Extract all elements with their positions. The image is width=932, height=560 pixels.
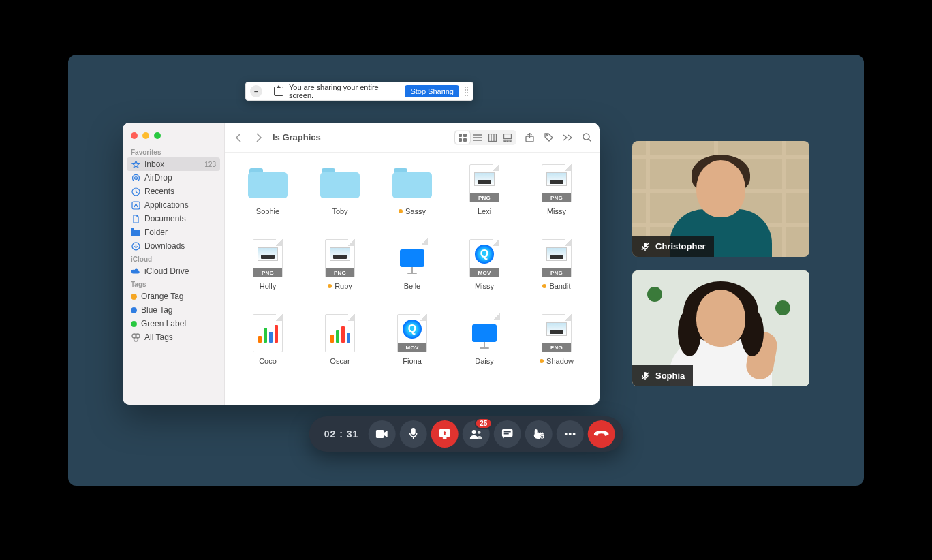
svg-rect-11 [459,138,462,142]
sidebar-item[interactable]: All Tags [123,330,224,344]
minimize-window-button[interactable] [142,132,149,139]
participant-tile[interactable]: Sophia [632,270,809,386]
chart-file-icon [325,314,355,352]
svg-rect-31 [375,430,384,438]
file-item[interactable]: PNG Bandit [521,237,593,312]
file-name: Belle [404,282,420,290]
svg-rect-34 [442,437,446,439]
participants-button[interactable]: 25 [462,420,489,448]
microphone-button[interactable] [399,420,426,448]
drag-handle-icon[interactable] [465,86,469,97]
stop-sharing-button[interactable]: Stop Sharing [405,85,459,97]
svg-rect-38 [503,431,510,433]
file-item[interactable]: Toby [304,162,376,237]
file-name: Coco [259,357,277,365]
sidebar-item[interactable]: Orange Tag [123,290,224,303]
forward-button[interactable] [252,131,266,144]
popout-icon[interactable] [274,87,283,96]
file-item[interactable]: Sassy [376,162,448,237]
sidebar-item[interactable]: AirDrop [123,171,224,185]
window-title: ls Graphics [273,132,321,142]
file-item[interactable]: QMOV Fiona [376,312,448,387]
png-file-icon: PNG [325,239,355,277]
participant-tile[interactable]: Christopher [632,141,809,257]
divider [268,86,268,97]
file-item[interactable]: Oscar [304,312,376,387]
file-item[interactable]: PNG Holly [232,237,304,312]
sidebar-item[interactable]: Inbox123 [127,157,220,171]
png-file-icon: PNG [542,314,572,352]
finder-main: ls Graphics Sophie Toby Sassy PNG L [225,123,600,405]
participant-name: Christopher [655,241,706,251]
share-screen-button[interactable] [431,420,458,448]
file-item[interactable]: PNG Shadow [521,312,593,387]
close-window-button[interactable] [131,132,138,139]
hangup-button[interactable] [587,420,615,448]
svg-rect-39 [503,433,508,435]
svg-rect-4 [131,228,134,230]
svg-rect-10 [463,134,467,137]
maximize-window-button[interactable] [154,132,161,139]
svg-point-25 [583,134,589,140]
png-file-icon: PNG [542,239,572,277]
camera-button[interactable] [368,420,395,448]
svg-point-45 [568,433,571,435]
png-file-icon: PNG [542,164,572,202]
call-timer: 02 : 31 [324,429,359,439]
more-icon[interactable] [561,131,574,144]
sidebar-item[interactable]: Recents [123,185,224,198]
file-item[interactable]: Daisy [448,312,521,387]
icon-view-button[interactable] [455,131,470,144]
file-item[interactable]: PNG Ruby [304,237,376,312]
sidebar-header-tags: Tags [123,278,224,290]
tag-dot-icon [328,284,332,288]
file-item[interactable]: Belle [376,237,448,312]
sidebar-header-icloud: iCloud [123,253,224,264]
column-view-button[interactable] [485,131,500,144]
keynote-file-icon [469,314,499,352]
more-options-button[interactable] [556,420,583,448]
file-item[interactable]: PNG Missy [521,162,593,237]
collapse-button[interactable]: – [250,85,262,97]
list-view-button[interactable] [470,131,485,144]
file-name: Sophie [256,207,279,215]
sidebar-item[interactable]: Blue Tag [123,303,224,317]
file-grid: Sophie Toby Sassy PNG Lexi PNG Missy PNG… [225,153,600,405]
sidebar-item-label: Green Label [141,319,186,328]
sidebar-item[interactable]: Folder [123,225,224,239]
tag-icon[interactable] [542,131,555,144]
file-item[interactable]: Coco [232,312,304,387]
participant-nameplate: Christopher [632,236,714,257]
file-item[interactable]: Sophie [232,162,304,237]
meeting-stage: – You are sharing your entire screen. St… [68,55,864,486]
svg-rect-22 [510,140,511,141]
folder-icon [248,168,288,198]
finder-window: Favorites Inbox123AirDropRecentsApplicat… [123,123,600,405]
sidebar-item[interactable]: iCloud Drive [123,264,224,278]
muted-mic-icon [640,242,650,251]
svg-rect-20 [504,140,506,141]
share-icon[interactable] [523,131,535,144]
sidebar-item-label: Downloads [144,241,185,251]
back-button[interactable] [232,131,245,144]
svg-rect-37 [501,429,512,437]
svg-rect-21 [507,140,508,141]
reactions-button[interactable] [525,420,552,448]
muted-mic-icon [640,371,650,381]
doc-icon [131,214,140,223]
sidebar-item[interactable]: Applications [123,198,224,212]
file-item[interactable]: QMOV Missy [448,237,521,312]
download-icon [131,241,140,251]
svg-point-0 [134,176,137,179]
gallery-view-button[interactable] [500,131,515,144]
svg-point-46 [572,433,575,435]
sidebar-item[interactable]: Downloads [123,239,224,253]
sidebar-item[interactable]: Green Label [123,317,224,330]
svg-rect-12 [463,138,467,142]
chart-file-icon [253,314,283,352]
sidebar-item[interactable]: Documents [123,212,224,225]
chat-button[interactable] [493,420,521,448]
sidebar-header-favorites: Favorites [123,146,224,157]
search-icon[interactable] [580,131,593,144]
file-item[interactable]: PNG Lexi [448,162,521,237]
